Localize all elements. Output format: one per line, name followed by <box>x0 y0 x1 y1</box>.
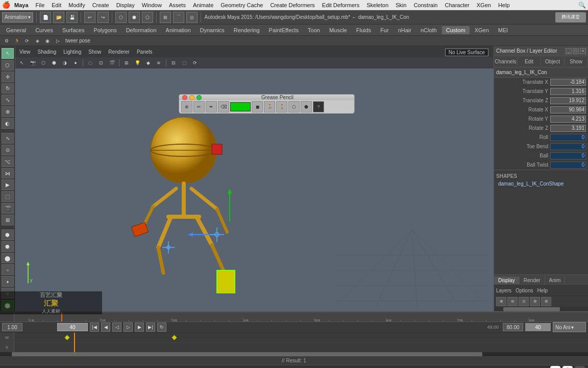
goto-start-btn[interactable]: |◀ <box>90 323 99 332</box>
tab-painteffects[interactable]: PaintEffects <box>265 26 303 34</box>
tool5-icon[interactable]: ◉ <box>43 36 52 45</box>
tool-show[interactable]: ◐ <box>2 118 14 129</box>
tab-polygons[interactable]: Polygons <box>89 26 120 34</box>
menu-window[interactable]: Window <box>139 2 165 9</box>
tool-misc1[interactable]: ⬢ <box>2 229 14 240</box>
menu-skin[interactable]: Skin <box>393 2 409 9</box>
step-back-btn[interactable]: ◀ <box>101 323 110 332</box>
tab-rendering[interactable]: Rendering <box>230 26 264 34</box>
rp-icon-3[interactable]: ⊙ <box>519 297 529 306</box>
tool-misc2[interactable]: ⬣ <box>2 241 14 252</box>
vp-menu-show[interactable]: Show <box>86 49 103 55</box>
gp-tool-figure2[interactable]: 🚶 <box>276 101 287 112</box>
rp-opt-help[interactable]: Help <box>537 288 548 293</box>
menu-character[interactable]: Character <box>442 2 472 9</box>
tab-nhair[interactable]: nHair <box>394 26 415 34</box>
tool-soft[interactable]: ⊕ <box>2 106 14 117</box>
menu-display[interactable]: Display <box>113 2 138 9</box>
rp-icon-2[interactable]: ⊖ <box>507 297 518 306</box>
rp-opt-layers[interactable]: Layers <box>496 288 511 293</box>
vp-icon-shade2[interactable]: ● <box>71 58 80 67</box>
tool-anim[interactable]: ▶ <box>2 179 14 190</box>
tab-custom[interactable]: Custom <box>442 26 470 34</box>
tab-animation[interactable]: Animation <box>162 26 195 34</box>
tab-ncloth[interactable]: nCloth <box>416 26 441 34</box>
vp-icon-sync[interactable]: ⟳ <box>190 58 200 67</box>
menu-help[interactable]: Help <box>495 2 513 9</box>
undo-btn[interactable]: ↩ <box>84 12 95 23</box>
snap-grid-btn[interactable]: ⊞ <box>160 12 171 23</box>
tool3-icon[interactable]: ⟳ <box>22 36 32 45</box>
vp-menu-renderer[interactable]: Renderer <box>106 49 132 55</box>
rp-bottom-tab-render[interactable]: Render <box>520 277 545 284</box>
tab-fluids[interactable]: Fluids <box>352 26 375 34</box>
attr-val-rotate-y[interactable] <box>550 116 586 123</box>
gp-max-btn[interactable] <box>197 95 202 100</box>
gp-tool-target[interactable]: ⊕ <box>181 101 192 112</box>
attr-val-toe-bend[interactable] <box>550 143 586 150</box>
menu-assets[interactable]: Assets <box>166 2 189 9</box>
tool-joint[interactable]: ⊙ <box>2 145 14 155</box>
vp-icon-lights[interactable]: 💡 <box>133 58 142 67</box>
menu-modify[interactable]: Modify <box>65 2 88 9</box>
menu-file[interactable]: File <box>33 2 48 9</box>
menu-constrain[interactable]: Constrain <box>410 2 440 9</box>
rp-bottom-tab-display[interactable]: Display <box>494 277 520 284</box>
rp-bottom-tab-anim[interactable]: Anim <box>545 277 566 284</box>
apple-menu[interactable]: 🍎 <box>2 1 10 9</box>
snap-point-btn[interactable]: ◎ <box>186 12 198 23</box>
dock-browser[interactable]: 🌐 <box>562 366 573 369</box>
step-fwd-btn[interactable]: ▶ <box>135 323 144 332</box>
search-icon[interactable]: 🔍 <box>578 1 586 9</box>
gp-tool-erase[interactable]: ⌫ <box>218 101 229 112</box>
vp-icon-hud[interactable]: ⊟ <box>169 58 178 67</box>
tool-curve[interactable]: ∿ <box>2 133 14 144</box>
rp-minimize-btn[interactable]: _ <box>566 48 572 54</box>
vp-menu-view[interactable]: View <box>17 49 33 55</box>
select-btn[interactable]: ⬡ <box>115 12 127 23</box>
rp-icon-5[interactable]: ⊛ <box>541 297 551 306</box>
play-back-btn[interactable]: ◁ <box>112 323 121 332</box>
playhead[interactable] <box>74 333 75 352</box>
vp-icon-select[interactable]: ↖ <box>17 58 27 67</box>
menu-geometry-cache[interactable]: Geometry Cache <box>217 2 266 9</box>
tab-general[interactable]: General <box>2 26 30 34</box>
tab-surfaces[interactable]: Surfaces <box>58 26 88 34</box>
redo-btn[interactable]: ↪ <box>97 12 109 23</box>
rp-icon-1[interactable]: ⊕ <box>496 297 506 306</box>
gp-min-btn[interactable] <box>189 95 194 100</box>
gp-tool-stamp2[interactable]: ⬢ <box>301 101 312 112</box>
dock-maya[interactable]: M <box>575 366 585 369</box>
tool-ik[interactable]: ⌥ <box>2 156 14 167</box>
vp-icon-wireframe[interactable]: ⬢ <box>50 58 59 67</box>
pose-icon[interactable]: 🏃 <box>12 36 21 45</box>
tab-deformation[interactable]: Deformation <box>122 26 161 34</box>
tool-lasso[interactable]: ⬡ <box>2 60 14 71</box>
open-btn[interactable]: 📂 <box>53 12 64 23</box>
vp-icon-render[interactable]: 🎬 <box>107 58 116 67</box>
menu-edit[interactable]: Edit <box>48 2 64 9</box>
menu-create[interactable]: Create <box>89 2 112 9</box>
tool-render[interactable]: 🎬 <box>2 203 14 214</box>
vp-icon-fog[interactable]: ≋ <box>154 58 163 67</box>
gp-tool-figure[interactable]: 🏃 <box>264 101 275 112</box>
attr-val-ball-twist[interactable] <box>550 162 586 169</box>
mode-dropdown[interactable]: Animation ▾ <box>2 12 33 22</box>
anim-dropdown[interactable]: No Ani ▾ <box>553 322 586 332</box>
attr-val-translate-z[interactable] <box>550 97 586 104</box>
attr-val-rotate-z[interactable] <box>550 125 586 132</box>
vp-icon-xray[interactable]: ◌ <box>86 58 95 67</box>
attr-val-translate-y[interactable] <box>550 88 586 95</box>
tweak-icon[interactable]: ⚙ <box>2 36 11 45</box>
shape-name[interactable]: damao_leg_L_IK_ConShape <box>496 180 586 188</box>
tab-mel[interactable]: MEl <box>494 26 512 34</box>
gp-close-btn[interactable] <box>182 95 187 100</box>
tab-toon[interactable]: Toon <box>304 26 324 34</box>
gp-tool-question[interactable]: ? <box>313 101 324 112</box>
tool-frame[interactable]: ⬚ <box>2 191 14 202</box>
new-scene-btn[interactable]: 📄 <box>40 12 51 23</box>
attr-val-rotate-x[interactable] <box>550 106 586 113</box>
tool-layer[interactable]: ⊞ <box>2 215 14 225</box>
tool4-icon[interactable]: ◈ <box>33 36 42 45</box>
dock-finder[interactable]: 🖥 <box>550 366 560 369</box>
